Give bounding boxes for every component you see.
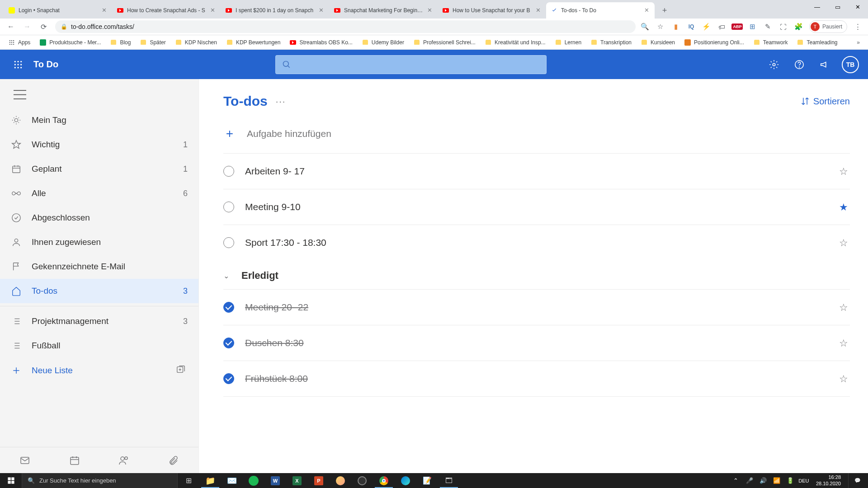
tray-lang[interactable]: DEU — [799, 478, 809, 483]
bookmark-item[interactable]: Udemy Bilder — [358, 37, 408, 48]
new-group-icon[interactable] — [176, 365, 188, 376]
star-icon[interactable]: ☆ — [839, 237, 850, 248]
explorer-icon[interactable]: 📁 — [199, 473, 221, 488]
taskbar-search[interactable]: 🔍 Zur Suche Text hier eingeben — [22, 473, 178, 488]
bookmark-item[interactable]: KDP Nischen — [171, 37, 221, 48]
zoom-icon[interactable]: 🔍 — [640, 22, 650, 32]
sidebar-item-star[interactable]: Wichtig1 — [0, 132, 198, 157]
ext-icon-7[interactable]: ✎ — [763, 22, 773, 32]
ext-icon-6[interactable]: ⊞ — [748, 22, 758, 32]
bookmark-item[interactable]: Blog — [106, 37, 134, 48]
calendar-icon[interactable] — [64, 450, 85, 471]
completed-section-header[interactable]: ⌄ Erledigt — [223, 262, 850, 289]
bookmarks-overflow-icon[interactable]: » — [853, 39, 863, 46]
star-icon[interactable]: ☆ — [839, 373, 850, 384]
task-checkbox[interactable] — [223, 166, 234, 177]
attach-icon[interactable] — [163, 450, 184, 471]
taskview-icon[interactable]: ⊞ — [178, 473, 199, 488]
sort-button[interactable]: Sortieren — [801, 96, 850, 107]
settings-icon[interactable] — [763, 54, 785, 75]
ext-icon-iq[interactable]: IQ — [686, 22, 696, 32]
back-button[interactable]: ← — [4, 19, 18, 34]
sidebar-item-calendar[interactable]: Geplant1 — [0, 157, 198, 181]
maximize-button[interactable]: ▭ — [827, 0, 848, 14]
browser-tab[interactable]: How to Use Snapchat for your B✕ — [438, 2, 546, 19]
tray-chevron-icon[interactable]: ⌃ — [731, 477, 741, 484]
ext-icon-4[interactable]: 🏷 — [717, 22, 727, 32]
close-window-button[interactable]: ✕ — [848, 0, 868, 14]
task-row[interactable]: Meeting 20- 22☆ — [223, 290, 850, 325]
tab-close-icon[interactable]: ✕ — [209, 7, 216, 14]
help-icon[interactable] — [788, 54, 810, 75]
bookmark-item[interactable]: Apps — [5, 37, 34, 48]
tray-volume-icon[interactable]: 🔊 — [758, 477, 768, 484]
tab-close-icon[interactable]: ✕ — [643, 7, 650, 14]
add-task-input[interactable]: + Aufgabe hinzufügen — [223, 121, 850, 147]
star-icon[interactable]: ☆ — [839, 166, 850, 177]
app-brand[interactable]: To Do — [33, 59, 58, 70]
task-checkbox[interactable] — [223, 237, 234, 248]
bookmark-item[interactable]: Kursideen — [637, 37, 679, 48]
browser-tab[interactable]: Snapchat Marketing For Beginne✕ — [329, 2, 438, 19]
task-checkbox[interactable] — [223, 373, 234, 384]
reload-button[interactable]: ⟳ — [36, 19, 51, 34]
app-icon-1[interactable] — [330, 473, 351, 488]
bookmark-item[interactable]: Kreativität und Insp... — [481, 37, 549, 48]
ext-icon-abp[interactable]: ABP — [732, 22, 742, 32]
forward-button[interactable]: → — [20, 19, 34, 34]
megaphone-icon[interactable] — [814, 54, 835, 75]
ext-icon-8[interactable]: ⛶ — [778, 22, 788, 32]
tray-battery-icon[interactable]: 🔋 — [785, 477, 795, 484]
chrome-icon[interactable] — [373, 473, 395, 488]
mail-icon[interactable] — [14, 450, 36, 471]
bookmark-item[interactable]: Lernen — [551, 37, 585, 48]
extensions-icon[interactable]: 🧩 — [794, 22, 804, 32]
obs-icon[interactable] — [351, 473, 373, 488]
task-checkbox[interactable] — [223, 338, 234, 348]
task-row[interactable]: Frühstück 8:00☆ — [223, 361, 850, 396]
tab-close-icon[interactable]: ✕ — [534, 7, 542, 14]
notification-center-icon[interactable]: 💬 — [848, 473, 866, 488]
sidebar-item-infinity[interactable]: Alle6 — [0, 181, 198, 206]
list-menu-icon[interactable]: ··· — [276, 96, 286, 107]
bookmark-star-icon[interactable]: ☆ — [656, 22, 665, 32]
tab-close-icon[interactable]: ✕ — [426, 7, 433, 14]
people-icon[interactable] — [113, 450, 135, 471]
tray-clock[interactable]: 16:28 28.10.2020 — [812, 474, 844, 486]
bookmark-item[interactable]: Positionierung Onli... — [680, 37, 748, 48]
sidebar-item-flag[interactable]: Gekennzeichnete E-Mail — [0, 254, 198, 279]
bookmark-item[interactable]: Produktsuche - Mer... — [36, 37, 104, 48]
star-icon[interactable]: ☆ — [839, 338, 850, 348]
spotify-icon[interactable] — [243, 473, 264, 488]
app-launcher-icon[interactable] — [9, 56, 27, 74]
bookmark-item[interactable]: Streamlabs OBS Ko... — [286, 37, 356, 48]
task-row[interactable]: Arbeiten 9- 17☆ — [223, 154, 850, 189]
minimize-button[interactable]: — — [807, 0, 827, 14]
ext-icon-3[interactable]: ⚡ — [702, 22, 712, 32]
browser-tab[interactable]: To-dos - To Do✕ — [546, 2, 655, 19]
new-tab-button[interactable]: + — [658, 4, 671, 17]
start-button[interactable] — [0, 473, 22, 488]
star-icon[interactable]: ★ — [839, 202, 850, 212]
bookmark-item[interactable]: Teamleading — [793, 37, 841, 48]
task-checkbox[interactable] — [223, 302, 234, 313]
edge-icon[interactable] — [395, 473, 416, 488]
address-bar[interactable]: 🔒 to-do.office.com/tasks/ — [55, 20, 636, 33]
star-icon[interactable]: ☆ — [839, 302, 850, 313]
browser-tab[interactable]: I spent $200 in 1 day on Snapch✕ — [221, 2, 329, 19]
bookmark-item[interactable]: Teamwork — [750, 37, 792, 48]
chrome-menu-icon[interactable]: ⋮ — [853, 22, 863, 32]
bookmark-item[interactable]: Professionell Schrei... — [410, 37, 479, 48]
search-input[interactable] — [275, 55, 547, 74]
hamburger-icon[interactable] — [14, 90, 26, 100]
tab-close-icon[interactable]: ✕ — [317, 7, 325, 14]
sidebar-custom-list[interactable]: Fußball — [0, 333, 198, 358]
bookmark-item[interactable]: Transkription — [587, 37, 635, 48]
app-icon-3[interactable]: 🗔 — [438, 473, 460, 488]
word-icon[interactable]: W — [264, 473, 286, 488]
powerpoint-icon[interactable]: P — [308, 473, 330, 488]
sidebar-item-sun[interactable]: Mein Tag — [0, 108, 198, 132]
browser-tab[interactable]: Login • Snapchat✕ — [4, 2, 112, 19]
mail-app-icon[interactable]: ✉️ — [221, 473, 243, 488]
user-avatar[interactable]: TB — [842, 56, 859, 73]
